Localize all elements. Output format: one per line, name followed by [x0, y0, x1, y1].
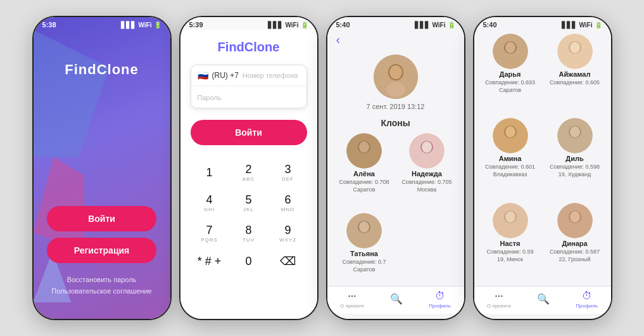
- restore-password-link[interactable]: Восстановить пароль: [67, 276, 137, 283]
- clone-name-dinara: Динара: [562, 240, 587, 247]
- agreement-link[interactable]: Пользовательское соглашение: [51, 287, 151, 295]
- profile-area: 7 сент. 2019 13:12: [327, 52, 464, 115]
- clones-grid4: Дарья Совпадение: 0.693 Саратов: [474, 30, 611, 286]
- numpad-key-8[interactable]: 8TUV: [230, 219, 268, 248]
- clone-item-dil: Диль Совпадение: 0.598 19, Худжанд: [545, 118, 605, 197]
- login-button[interactable]: Войти: [47, 206, 156, 231]
- screen1: 5:38 ▋▋▋ WiFi 🔋 FindClone Войти Регистра…: [34, 17, 170, 319]
- clone-match-tatyana: Совпадение: 0.7: [343, 259, 386, 265]
- register-button[interactable]: Регистрация: [47, 238, 156, 263]
- phone-screen3: 5:40 ▋▋▋ WiFi 🔋 ‹: [326, 16, 465, 320]
- clone-avatar-nadezhda[interactable]: [409, 133, 445, 169]
- screens-container: 5:38 ▋▋▋ WiFi 🔋 FindClone Войти Регистра…: [26, 10, 619, 326]
- tab-search-3[interactable]: 🔍: [390, 293, 403, 306]
- screen4-content: Дарья Совпадение: 0.693 Саратов: [474, 30, 611, 314]
- svg-point-32: [566, 139, 584, 153]
- numpad-key-0[interactable]: 0: [230, 249, 268, 273]
- password-placeholder[interactable]: Пароль: [198, 94, 222, 101]
- svg-point-40: [566, 224, 584, 238]
- signal-icon-1: ▋▋▋: [121, 22, 136, 29]
- clone-avatar-nasta[interactable]: [493, 203, 528, 238]
- clone-item-tatyana: Татьяна Совпадение: 0.7 Саратов: [336, 213, 393, 287]
- login-button-2[interactable]: Войти: [191, 120, 307, 145]
- status-icons-4: ▋▋▋ WiFi 🔋: [562, 22, 602, 29]
- numpad-backspace[interactable]: ⌫: [269, 249, 307, 273]
- clones-label: Клоны: [327, 118, 464, 128]
- clone-city-dinara: 22, Грозный: [559, 256, 591, 262]
- screen3: 5:40 ▋▋▋ WiFi 🔋 ‹: [327, 17, 464, 319]
- avatar-svg: [374, 55, 418, 99]
- svg-point-11: [422, 141, 432, 153]
- svg-point-8: [355, 154, 373, 168]
- wifi-icon-2: WiFi: [285, 22, 298, 29]
- numpad-key-9[interactable]: 9WXYZ: [269, 219, 307, 248]
- clone-avatar-aizhamal[interactable]: [557, 34, 593, 69]
- screen1-content: FindClone Войти Регистрация Восстановить…: [34, 30, 170, 314]
- clone-avatar-darya[interactable]: [493, 34, 528, 69]
- clone-name-tatyana: Татьяна: [350, 250, 378, 257]
- clone-item-aizhamal: Айжамал Совпадение: 0.605: [545, 34, 605, 113]
- clone-avatar-amina[interactable]: [493, 118, 528, 153]
- numpad-key-7[interactable]: 7PQRS: [191, 219, 229, 248]
- clone-avatar-tatyana[interactable]: [346, 213, 382, 249]
- numpad-key-star[interactable]: * # +: [191, 249, 229, 273]
- screen3-header: ‹: [327, 30, 464, 52]
- about-label-4: О проекте: [487, 303, 511, 309]
- svg-point-16: [355, 234, 373, 248]
- numpad-key-1[interactable]: 1: [191, 158, 229, 187]
- flag-icon: 🇷🇺: [198, 70, 208, 81]
- battery-icon-4: 🔋: [595, 22, 602, 29]
- about-icon-4: ···: [495, 290, 503, 302]
- numpad-key-3[interactable]: 3DEF: [269, 158, 307, 187]
- clone-city-amina: Владикавказ: [493, 171, 527, 178]
- tab-profile-4[interactable]: ⏱ Профиль: [576, 290, 598, 309]
- wifi-icon-4: WiFi: [579, 22, 592, 29]
- svg-point-27: [505, 126, 515, 138]
- tab-bar-3: ··· О проекте 🔍 ⏱ Профиль: [327, 286, 464, 314]
- time-3: 5:40: [336, 21, 350, 29]
- country-code: (RU) +7: [212, 71, 239, 80]
- clone-item-darya: Дарья Совпадение: 0.693 Саратов: [481, 34, 540, 113]
- clone-city-alena: Саратов: [353, 186, 375, 193]
- battery-icon-2: 🔋: [301, 22, 308, 29]
- search-icon-3: 🔍: [390, 293, 403, 305]
- tab-about-3[interactable]: ··· О проекте: [340, 290, 364, 309]
- svg-point-28: [502, 139, 519, 153]
- tab-profile-3[interactable]: ⏱ Профиль: [429, 290, 451, 309]
- tab-search-4[interactable]: 🔍: [537, 293, 550, 306]
- shape-blue: [34, 30, 110, 157]
- clone-city-tatyana: Саратов: [353, 266, 375, 273]
- clone-avatar-dil[interactable]: [557, 118, 593, 153]
- clone-match-dil: Совпадение: 0.598: [550, 164, 600, 170]
- about-label-3: О проекте: [340, 303, 364, 309]
- clone-match-nadezhda: Совпадение: 0.705: [402, 179, 452, 185]
- clone-name-dil: Диль: [565, 155, 583, 162]
- screen1-links: Восстановить пароль Пользовательское сог…: [34, 276, 170, 295]
- clone-avatar-dinara[interactable]: [557, 203, 593, 238]
- numpad-key-4[interactable]: 4GHI: [191, 188, 229, 217]
- numpad-key-5[interactable]: 5JKL: [230, 188, 268, 217]
- svg-point-20: [502, 55, 519, 68]
- clone-city-nadezhda: Москва: [417, 186, 437, 193]
- svg-point-31: [570, 126, 580, 138]
- clone-item-alena: Алёна Совпадение: 0.708 Саратов: [336, 133, 393, 207]
- phone-input-box: 🇷🇺 (RU) +7 Номер телефона Пароль: [191, 65, 307, 108]
- tab-about-4[interactable]: ··· О проекте: [487, 290, 511, 309]
- clone-match-dinara: Совпадение: 0.587: [550, 249, 600, 255]
- back-arrow-icon[interactable]: ‹: [336, 32, 341, 47]
- clone-name-darya: Дарья: [500, 70, 521, 78]
- profile-datetime: 7 сент. 2019 13:12: [367, 103, 425, 110]
- clone-name-nadezhda: Надежда: [412, 170, 442, 178]
- clone-match-alena: Совпадение: 0.708: [339, 179, 389, 185]
- battery-icon-3: 🔋: [448, 22, 455, 29]
- numpad-key-6[interactable]: 6MNO: [269, 188, 307, 217]
- tab-bar-4: ··· О проекте 🔍 ⏱ Профиль: [474, 286, 611, 314]
- phone-screen1: 5:38 ▋▋▋ WiFi 🔋 FindClone Войти Регистра…: [32, 16, 172, 320]
- phone-screen2: 5:39 ▋▋▋ WiFi 🔋 FindClone 🇷🇺 (RU) +7 Ном…: [179, 16, 319, 320]
- phone-placeholder[interactable]: Номер телефона: [243, 72, 298, 79]
- clone-avatar-alena[interactable]: [346, 133, 382, 169]
- numpad-key-2[interactable]: 2ABC: [230, 158, 268, 187]
- time-4: 5:40: [483, 21, 497, 29]
- clone-item-dinara: Динара Совпадение: 0.587 22, Грозный: [545, 203, 605, 282]
- profile-label-3: Профиль: [429, 303, 451, 309]
